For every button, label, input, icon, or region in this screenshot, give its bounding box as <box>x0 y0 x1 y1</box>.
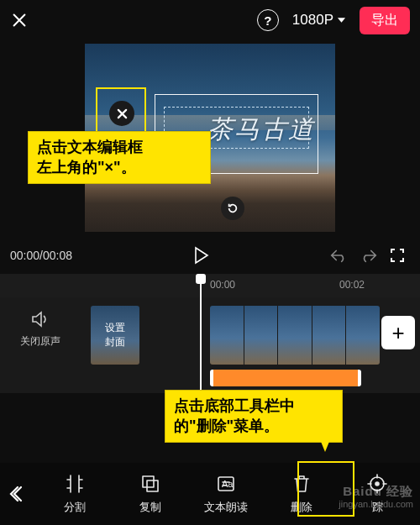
split-label: 分割 <box>64 500 86 515</box>
split-button[interactable]: 分割 <box>48 473 102 515</box>
close-icon[interactable] <box>10 11 29 29</box>
undo-icon[interactable] <box>329 247 348 264</box>
ruler-tick: 00:02 <box>339 279 365 291</box>
add-clip-button[interactable]: + <box>381 316 415 349</box>
tutorial-tip-1: 点击文本编辑框左上角的"×"。 <box>28 131 211 184</box>
chevron-down-icon <box>337 16 346 24</box>
tutorial-arrow-down-icon <box>318 433 333 452</box>
video-clip-track[interactable] <box>210 306 380 365</box>
resolution-label: 1080P <box>292 12 333 29</box>
text-content[interactable]: 茶马古道 <box>207 113 315 147</box>
playback-controls: 00:00/00:08 <box>0 237 420 274</box>
copy-button[interactable]: 复制 <box>123 473 177 515</box>
resolution-button[interactable]: 1080P <box>287 8 351 32</box>
copy-icon <box>139 473 161 495</box>
tts-icon: Aa <box>215 473 237 495</box>
svg-rect-0 <box>143 476 154 487</box>
speaker-icon <box>30 311 50 328</box>
top-bar: ? 1080P 导出 <box>0 0 420 40</box>
split-icon <box>64 473 86 495</box>
timeline-tracks: 关闭原声 设置 封面 + <box>0 297 420 393</box>
svg-rect-1 <box>147 480 158 491</box>
back-icon[interactable] <box>0 485 37 503</box>
time-display: 00:00/00:08 <box>10 249 72 262</box>
redo-icon[interactable] <box>360 247 378 264</box>
tts-label: 文本朗读 <box>204 500 248 515</box>
tts-button[interactable]: Aa 文本朗读 <box>199 473 253 515</box>
tutorial-highlight-2 <box>297 461 354 517</box>
timeline-ruler[interactable]: 00:00 00:02 <box>0 274 420 297</box>
mute-label: 关闭原声 <box>8 334 72 349</box>
play-icon[interactable] <box>192 246 209 265</box>
svg-text:Aa: Aa <box>222 479 234 489</box>
playhead[interactable] <box>200 274 202 402</box>
text-clip-track[interactable] <box>210 370 361 386</box>
ruler-tick: 00:00 <box>210 279 235 291</box>
help-icon[interactable]: ? <box>257 9 279 31</box>
export-button[interactable]: 导出 <box>360 7 410 34</box>
fullscreen-icon[interactable] <box>390 248 405 263</box>
set-cover-button[interactable]: 设置 封面 <box>91 306 139 365</box>
tutorial-tip-2: 点击底部工具栏中的"删除"菜单。 <box>165 390 343 443</box>
rotate-handle-icon[interactable] <box>221 197 244 220</box>
copy-label: 复制 <box>139 500 161 515</box>
mute-audio-button[interactable]: 关闭原声 <box>8 311 72 349</box>
